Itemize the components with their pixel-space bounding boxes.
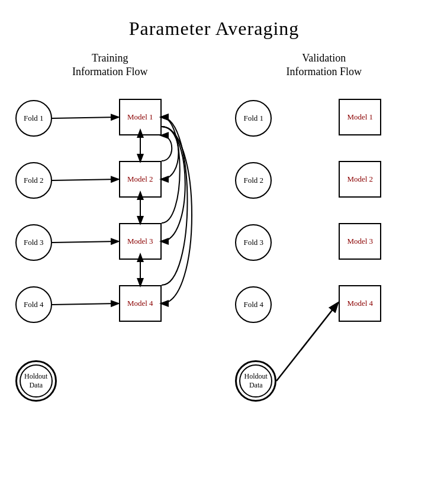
- svg-line-2: [52, 241, 118, 243]
- model-3-box-left: Model 3: [119, 223, 162, 260]
- fold-4-circle-right: Fold 4: [235, 286, 272, 323]
- model-4-box-left: Model 4: [119, 285, 162, 322]
- fold-3-circle: Fold 3: [15, 224, 52, 261]
- holdout-data-circle-right: HoldoutData: [235, 360, 276, 402]
- svg-line-7: [276, 303, 337, 381]
- model-3-box-right: Model 3: [339, 223, 381, 260]
- model-4-box-right: Model 4: [339, 285, 381, 322]
- fold-2-circle: Fold 2: [15, 162, 52, 199]
- main-title: Parameter Averaging: [0, 0, 428, 40]
- fold-1-circle: Fold 1: [15, 100, 52, 137]
- fold-2-circle-right: Fold 2: [235, 162, 272, 199]
- svg-line-0: [52, 117, 118, 118]
- fold-1-circle-right: Fold 1: [235, 100, 272, 137]
- fold-4-circle: Fold 4: [15, 286, 52, 323]
- svg-line-1: [52, 179, 118, 180]
- model-1-box-left: Model 1: [119, 99, 162, 135]
- validation-section-title: ValidationInformation Flow: [287, 51, 362, 79]
- holdout-data-circle-left: HoldoutData: [15, 360, 57, 402]
- training-section-title: TrainingInformation Flow: [72, 51, 148, 79]
- fold-3-circle-right: Fold 3: [235, 224, 272, 261]
- svg-line-3: [52, 303, 118, 305]
- model-2-box-left: Model 2: [119, 161, 162, 198]
- model-1-box-right: Model 1: [339, 99, 381, 135]
- model-2-box-right: Model 2: [339, 161, 381, 198]
